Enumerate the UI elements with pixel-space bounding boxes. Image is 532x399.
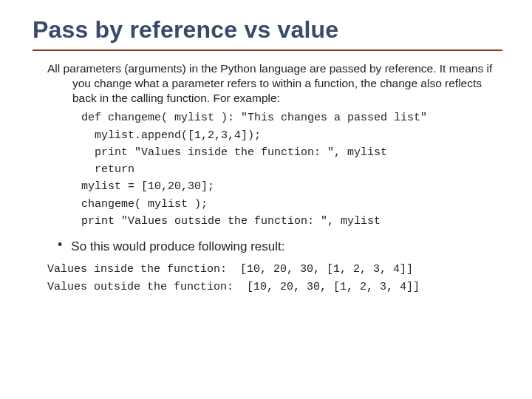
code-block: def changeme( mylist ): "This changes a … (33, 109, 502, 230)
bullet-row: • So this would produce following result… (33, 239, 502, 255)
output-block: Values inside the function: [10, 20, 30,… (33, 261, 502, 296)
intro-paragraph: All parameters (arguments) in the Python… (33, 61, 502, 105)
bullet-text: So this would produce following result: (71, 239, 284, 255)
bullet-icon: • (58, 238, 62, 251)
slide-container: Pass by reference vs value All parameter… (0, 0, 532, 310)
slide-title: Pass by reference vs value (33, 16, 502, 44)
title-rule (33, 50, 502, 51)
